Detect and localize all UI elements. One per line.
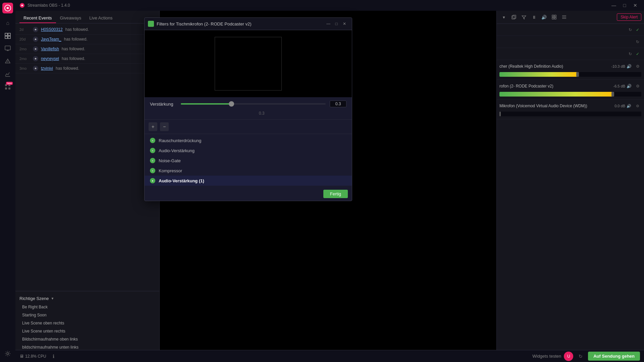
channel-fader[interactable] — [499, 72, 641, 77]
filter-slider-fill — [181, 103, 231, 105]
scene-item[interactable]: Be Right Back — [19, 303, 155, 311]
event-user[interactable]: neyneysel — [41, 56, 59, 61]
filter-visibility-icon[interactable]: ● — [150, 138, 155, 143]
filter-list-item[interactable]: ● Kompressor — [145, 166, 352, 176]
svg-rect-13 — [5, 87, 7, 89]
follow-icon: ★ — [33, 46, 38, 52]
mixer-copy-icon[interactable] — [509, 13, 518, 21]
channel-settings-icon[interactable]: ⚙ — [634, 102, 641, 110]
mixer-audio-icon[interactable]: 🔊 — [540, 13, 548, 21]
filter-visibility-icon[interactable]: ● — [150, 158, 155, 163]
filter-done-button[interactable]: Fertig — [323, 190, 348, 198]
event-action: has followed. — [62, 56, 85, 61]
mixer-check-icon[interactable]: ✓ — [634, 26, 641, 34]
tab-live-actions[interactable]: Live Actions — [85, 13, 116, 23]
filter-slider-thumb[interactable] — [229, 101, 234, 107]
skip-alert-button[interactable]: Skip Alert — [617, 13, 641, 21]
app-logo[interactable] — [2, 3, 13, 13]
channel-thumb[interactable] — [499, 112, 501, 116]
filter-close-button[interactable]: ✕ — [340, 20, 348, 28]
mixer-grid-icon[interactable] — [550, 13, 558, 21]
home-icon[interactable]: ⌂ — [2, 17, 13, 29]
remove-filter-button[interactable]: − — [160, 122, 169, 131]
test-widgets-button[interactable]: Widgets testen — [532, 354, 561, 359]
mixer-list-icon[interactable] — [560, 13, 569, 21]
scene-header[interactable]: Richtige Szene ▼ — [19, 294, 155, 303]
event-action: has followed. — [56, 66, 79, 71]
filter-controls: Verstärkung 0.3 — [145, 97, 352, 120]
channel-settings-icon[interactable]: ⚙ — [634, 63, 641, 70]
tab-recent-events[interactable]: Recent Events — [19, 13, 56, 23]
event-user[interactable]: JaysTeam_ — [41, 37, 61, 42]
filter-preview-screen — [215, 37, 282, 90]
mixer-filter-icon[interactable] — [520, 13, 528, 21]
filter-slider-value-input[interactable] — [330, 101, 346, 107]
channel-level — [499, 72, 578, 77]
event-time: 20d — [19, 37, 30, 41]
event-user[interactable]: Vanillefish — [41, 47, 59, 51]
tab-giveaways[interactable]: Giveaways — [56, 13, 86, 23]
app-icon — [19, 3, 25, 8]
mixer-list: ↻ ✓ ↻ ↻ ✓ cher (Realtek High Definition … — [497, 24, 644, 362]
channel-fader[interactable] — [499, 112, 641, 116]
scene-item[interactable]: Starting Soon — [19, 311, 155, 319]
scene-item[interactable]: Live Scene unten rechts — [19, 327, 155, 335]
mixer-check-icon[interactable]: ✓ — [634, 50, 641, 58]
mixer-channel-header: Mikrofon (Voicemod Virtual Audio Device … — [499, 101, 641, 111]
channel-volume-icon[interactable]: 🔊 — [625, 82, 633, 90]
add-filter-button[interactable]: + — [149, 122, 157, 131]
refresh-icon[interactable]: ↻ — [576, 352, 585, 361]
event-user[interactable]: H0SS00312 — [41, 27, 63, 32]
filter-visibility-icon[interactable]: ● — [150, 148, 155, 153]
svg-rect-5 — [5, 46, 10, 50]
bottom-bar: 🖥 12.8% CPU ℹ Widgets testen U ↻ Auf Sen… — [15, 350, 644, 362]
filter-visibility-icon[interactable]: ● — [150, 178, 155, 183]
mixer-pause-icon[interactable]: ⏸ — [530, 13, 538, 21]
channel-thumb[interactable] — [611, 92, 614, 97]
editor-icon[interactable] — [2, 43, 13, 54]
follow-icon: ★ — [33, 37, 38, 42]
filter-done-row: Fertig — [145, 187, 352, 201]
user-avatar[interactable]: U — [564, 352, 573, 361]
svg-rect-14 — [8, 87, 10, 89]
filter-slider-track[interactable] — [181, 103, 326, 105]
scene-item[interactable]: Bildschirmaufnahme oben links — [19, 335, 155, 343]
svg-rect-2 — [8, 33, 10, 36]
minimize-button[interactable]: — — [609, 1, 619, 10]
filter-maximize-button[interactable]: □ — [332, 20, 340, 28]
follow-icon: ★ — [33, 56, 38, 61]
right-panel: ▾ ⏸ 🔊 Skip Alert ↻ ✓ ↻ — [496, 11, 644, 362]
info-icon[interactable]: ℹ — [49, 352, 58, 361]
mixer-channel: Mikrofon (Voicemod Virtual Audio Device … — [497, 100, 644, 119]
mixer-refresh-icon[interactable]: ↻ — [627, 26, 634, 34]
svg-rect-20 — [554, 15, 556, 17]
event-action: has followed. — [64, 37, 88, 42]
channel-settings-icon[interactable]: ⚙ — [634, 82, 641, 90]
alert-box-icon[interactable] — [2, 56, 13, 67]
analytics-icon[interactable] — [2, 68, 13, 80]
maximize-button[interactable]: □ — [620, 1, 629, 10]
channel-volume-icon[interactable]: 🔊 — [625, 63, 633, 70]
window-controls: — □ ✕ — [609, 1, 640, 10]
mixer-refresh-icon[interactable]: ↻ — [627, 50, 634, 58]
mixer-refresh-icon[interactable]: ↻ — [634, 38, 641, 46]
close-button[interactable]: ✕ — [631, 1, 640, 10]
channel-fader[interactable] — [499, 92, 641, 97]
filter-visibility-icon[interactable]: ● — [150, 168, 155, 173]
scenes-icon[interactable] — [2, 30, 13, 42]
filter-actions: + − — [145, 120, 352, 134]
channel-thumb[interactable] — [576, 72, 579, 77]
mixer-dropdown-icon[interactable]: ▾ — [499, 13, 508, 21]
settings-icon[interactable] — [2, 348, 13, 359]
apps-icon[interactable] — [2, 81, 13, 93]
filter-list-item-active[interactable]: ● Audio-Verstärkung (1) — [145, 176, 352, 186]
list-item: 2mo ★ neyneysel has followed. — [15, 54, 159, 64]
scene-item[interactable]: Live Scene oben rechts — [19, 319, 155, 327]
go-live-button[interactable]: Auf Sendung gehen — [588, 352, 640, 361]
channel-volume-icon[interactable]: 🔊 — [625, 102, 633, 110]
event-user[interactable]: tzyinivi — [41, 66, 53, 71]
filter-minimize-button[interactable]: — — [324, 20, 332, 28]
filter-list-item[interactable]: ● Audio-Verstärkung — [145, 145, 352, 156]
filter-list-item[interactable]: ● Noise-Gate — [145, 156, 352, 166]
filter-list-item[interactable]: ● Rauschunterdrückung — [145, 135, 352, 145]
